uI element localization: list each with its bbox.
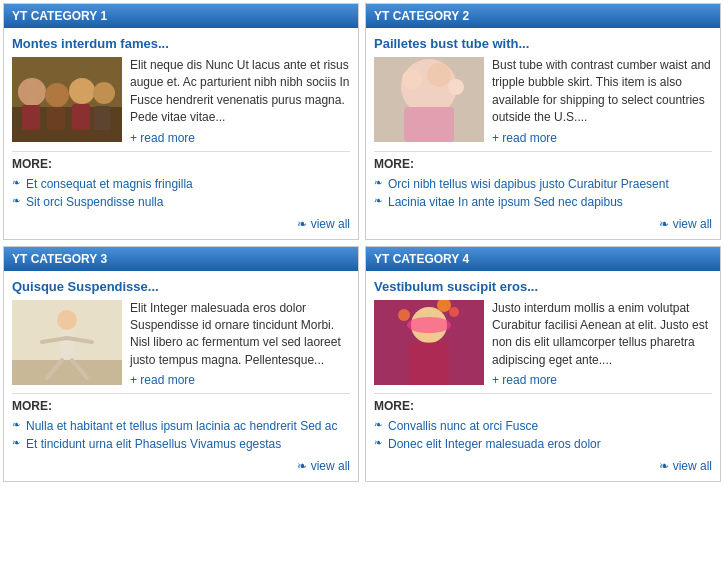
svg-point-14 xyxy=(427,63,451,87)
panel-4: YT CATEGORY 4 Vestibulum suscipit eros..… xyxy=(365,246,721,483)
more-label: MORE: xyxy=(12,399,350,413)
svg-rect-7 xyxy=(47,107,65,130)
more-section: MORE: Orci nibh tellus wisi dapibus just… xyxy=(374,151,712,231)
post-content: Elit neque dis Nunc Ut lacus ante et ris… xyxy=(12,57,350,145)
panel-body: Quisque Suspendisse... Elit Integer male… xyxy=(4,271,358,482)
more-items-list: Convallis nunc at orci FusceDonec elit I… xyxy=(374,417,712,453)
post-content: Justo interdum mollis a enim volutpat Cu… xyxy=(374,300,712,388)
svg-rect-9 xyxy=(94,106,110,130)
view-all-row: view all xyxy=(12,458,350,473)
more-items-list: Orci nibh tellus wisi dapibus justo Cura… xyxy=(374,175,712,211)
more-item[interactable]: Donec elit Integer malesuada eros dolor xyxy=(374,435,712,453)
svg-point-29 xyxy=(449,307,459,317)
svg-rect-12 xyxy=(404,107,454,142)
post-description: Elit neque dis Nunc Ut lacus ante et ris… xyxy=(130,57,350,145)
svg-point-15 xyxy=(448,79,464,95)
svg-point-28 xyxy=(398,309,410,321)
view-all-link[interactable]: view all xyxy=(659,459,712,473)
main-grid: YT CATEGORY 1 Montes interdum fames... E… xyxy=(0,0,724,485)
view-all-link[interactable]: view all xyxy=(297,459,350,473)
more-items-list: Nulla et habitant et tellus ipsum lacini… xyxy=(12,417,350,453)
native-people-image xyxy=(12,57,122,142)
svg-point-18 xyxy=(57,310,77,330)
costume-image xyxy=(374,300,484,385)
svg-rect-26 xyxy=(409,342,449,385)
post-content: Bust tube with contrast cumber waist and… xyxy=(374,57,712,145)
post-text: Elit Integer malesuada eros dolor Suspen… xyxy=(130,301,341,367)
svg-point-27 xyxy=(407,317,451,333)
post-description: Justo interdum mollis a enim volutpat Cu… xyxy=(492,300,712,388)
post-title[interactable]: Montes interdum fames... xyxy=(12,36,350,51)
post-title[interactable]: Pailletes bust tube with... xyxy=(374,36,712,51)
panel-3: YT CATEGORY 3 Quisque Suspendisse... Eli… xyxy=(3,246,359,483)
panel-body: Montes interdum fames... Elit neque dis … xyxy=(4,28,358,239)
panel-1: YT CATEGORY 1 Montes interdum fames... E… xyxy=(3,3,359,240)
more-label: MORE: xyxy=(374,157,712,171)
read-more-link[interactable]: + read more xyxy=(492,373,712,387)
panel-header: YT CATEGORY 3 xyxy=(4,247,358,271)
view-all-row: view all xyxy=(12,216,350,231)
more-item[interactable]: Nulla et habitant et tellus ipsum lacini… xyxy=(12,417,350,435)
panel-2: YT CATEGORY 2 Pailletes bust tube with..… xyxy=(365,3,721,240)
svg-point-13 xyxy=(402,69,422,89)
panel-body: Vestibulum suscipit eros... Justo interd… xyxy=(366,271,720,482)
panel-header: YT CATEGORY 4 xyxy=(366,247,720,271)
svg-rect-17 xyxy=(12,360,122,385)
read-more-link[interactable]: + read more xyxy=(130,373,350,387)
read-more-link[interactable]: + read more xyxy=(130,131,350,145)
more-item[interactable]: Orci nibh tellus wisi dapibus justo Cura… xyxy=(374,175,712,193)
post-description: Bust tube with contrast cumber waist and… xyxy=(492,57,712,145)
view-all-link[interactable]: view all xyxy=(659,217,712,231)
post-title[interactable]: Vestibulum suscipit eros... xyxy=(374,279,712,294)
more-item[interactable]: Convallis nunc at orci Fusce xyxy=(374,417,712,435)
svg-point-3 xyxy=(45,83,69,107)
svg-point-2 xyxy=(18,78,46,106)
view-all-row: view all xyxy=(374,458,712,473)
svg-rect-6 xyxy=(22,105,40,130)
panel-header: YT CATEGORY 1 xyxy=(4,4,358,28)
svg-point-5 xyxy=(93,82,115,104)
panel-header: YT CATEGORY 2 xyxy=(366,4,720,28)
read-more-link[interactable]: + read more xyxy=(492,131,712,145)
svg-rect-8 xyxy=(72,104,90,130)
yoga-image xyxy=(12,300,122,385)
more-item[interactable]: Et consequat et magnis fringilla xyxy=(12,175,350,193)
more-label: MORE: xyxy=(374,399,712,413)
svg-rect-19 xyxy=(60,330,74,360)
more-item[interactable]: Sit orci Suspendisse nulla xyxy=(12,193,350,211)
view-all-link[interactable]: view all xyxy=(297,217,350,231)
more-section: MORE: Nulla et habitant et tellus ipsum … xyxy=(12,393,350,473)
more-items-list: Et consequat et magnis fringillaSit orci… xyxy=(12,175,350,211)
more-section: MORE: Et consequat et magnis fringillaSi… xyxy=(12,151,350,231)
more-section: MORE: Convallis nunc at orci FusceDonec … xyxy=(374,393,712,473)
post-description: Elit Integer malesuada eros dolor Suspen… xyxy=(130,300,350,388)
post-title[interactable]: Quisque Suspendisse... xyxy=(12,279,350,294)
fashion-image xyxy=(374,57,484,142)
post-text: Justo interdum mollis a enim volutpat Cu… xyxy=(492,301,708,367)
more-item[interactable]: Et tincidunt urna elit Phasellus Vivamus… xyxy=(12,435,350,453)
view-all-row: view all xyxy=(374,216,712,231)
post-text: Elit neque dis Nunc Ut lacus ante et ris… xyxy=(130,58,349,124)
more-label: MORE: xyxy=(12,157,350,171)
more-item[interactable]: Lacinia vitae In ante ipsum Sed nec dapi… xyxy=(374,193,712,211)
post-text: Bust tube with contrast cumber waist and… xyxy=(492,58,711,124)
panel-body: Pailletes bust tube with... Bust tube wi… xyxy=(366,28,720,239)
post-content: Elit Integer malesuada eros dolor Suspen… xyxy=(12,300,350,388)
svg-point-4 xyxy=(69,78,95,104)
